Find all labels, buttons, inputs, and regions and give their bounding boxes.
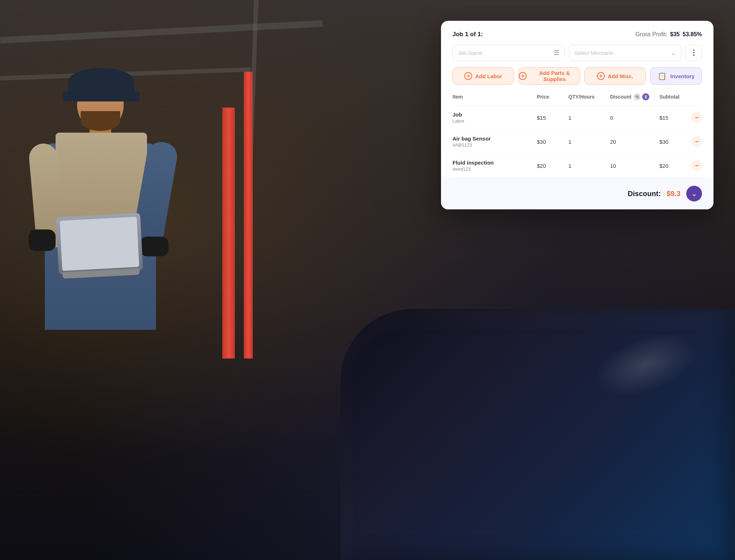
- remove-item-button-0[interactable]: −: [691, 112, 702, 123]
- action-row: + Add Labor + Add Parts & Supplies + Add…: [452, 67, 702, 85]
- dot3: [693, 54, 694, 56]
- table-row: Job Labor $15 1 0 $15 −: [452, 106, 702, 130]
- cell-price-0: $15: [537, 106, 568, 130]
- car-reflection: [585, 321, 705, 408]
- remove-item-button-2[interactable]: −: [691, 160, 702, 171]
- job-name-input[interactable]: Job Name ☰: [452, 44, 565, 61]
- cell-qty-1: 1: [568, 130, 610, 154]
- job-title: Job 1 of 1:: [452, 31, 483, 38]
- add-parts-icon: +: [519, 72, 527, 80]
- discount-chevron-button[interactable]: ⌄: [686, 186, 702, 201]
- cell-discount-0: 0: [610, 106, 659, 130]
- col-header-qty: QTY/Hours: [568, 93, 610, 106]
- gross-profit-section: Gross Profit: $35 53.85%: [635, 31, 702, 38]
- mechanic-placeholder: Select Mechanic: [574, 50, 614, 56]
- cell-subtotal-1: $30: [659, 130, 691, 154]
- discount-icon-dollar[interactable]: $: [642, 93, 649, 100]
- item-name-2: Fluid inspection: [452, 160, 537, 166]
- item-sub-0: Labor: [452, 118, 537, 124]
- cell-item-2: Fluid inspection #eed123: [452, 154, 537, 178]
- add-misc-icon: +: [597, 72, 605, 80]
- gross-profit-amount: $35: [670, 31, 680, 38]
- card-header: Job 1 of 1: Gross Profit: $35 53.85%: [452, 31, 702, 38]
- col-header-discount: Discount % $: [610, 93, 659, 106]
- cell-price-2: $20: [537, 154, 568, 178]
- cell-qty-0: 1: [568, 106, 610, 130]
- cell-action-2: −: [691, 154, 702, 178]
- cell-action-0: −: [691, 106, 702, 130]
- discount-icon-percent[interactable]: %: [634, 93, 641, 100]
- cell-action-1: −: [691, 130, 702, 154]
- add-parts-button[interactable]: + Add Parts & Supplies: [518, 67, 580, 85]
- add-labor-label: Add Labor: [475, 73, 502, 79]
- job-name-placeholder: Job Name: [458, 50, 482, 56]
- add-labor-button[interactable]: + Add Labor: [452, 67, 514, 85]
- cell-item-0: Job Labor: [452, 106, 537, 130]
- remove-item-button-1[interactable]: −: [691, 136, 702, 147]
- table-row: Air bag Sensor #ABS123 $30 1 20 $30 −: [452, 130, 702, 154]
- discount-footer-label: Discount:: [628, 190, 661, 198]
- col-header-item: Item: [452, 93, 537, 106]
- discount-footer: Discount: $9.3 ⌄: [441, 178, 713, 209]
- lift-column-1: [222, 108, 235, 359]
- col-header-action: [691, 93, 702, 106]
- cell-discount-1: 20: [610, 130, 659, 154]
- main-card: Job 1 of 1: Gross Profit: $35 53.85% Job…: [441, 21, 713, 209]
- inventory-icon: 📋: [658, 72, 667, 80]
- inventory-label: Inventory: [670, 73, 694, 79]
- table-row: Fluid inspection #eed123 $20 1 10 $20 −: [452, 154, 702, 178]
- chevron-down-icon: ⌄: [691, 189, 697, 198]
- cell-subtotal-0: $15: [659, 106, 691, 130]
- inventory-button[interactable]: 📋 Inventory: [650, 67, 702, 85]
- cell-qty-2: 1: [568, 154, 610, 178]
- mechanic-figure: [22, 36, 201, 466]
- add-misc-button[interactable]: + Add Misc.: [584, 67, 646, 85]
- item-name-1: Air bag Sensor: [452, 136, 537, 142]
- input-row: Job Name ☰ Select Mechanic ⌄: [452, 44, 702, 61]
- col-header-price: Price: [537, 93, 568, 106]
- dot1: [693, 49, 694, 51]
- dot2: [693, 52, 694, 53]
- discount-toggle-icons: % $: [634, 93, 649, 100]
- cell-price-1: $30: [537, 130, 568, 154]
- gross-profit-percent: 53.85%: [683, 31, 702, 38]
- cell-discount-2: 10: [610, 154, 659, 178]
- item-sub-1: #ABS123: [452, 142, 537, 148]
- cell-subtotal-2: $20: [659, 154, 691, 178]
- gross-profit-label: Gross Profit:: [635, 31, 667, 38]
- col-header-subtotal: Subtotal: [659, 93, 691, 106]
- lift-column-2: [244, 72, 253, 359]
- add-parts-label: Add Parts & Supplies: [530, 70, 580, 82]
- chevron-down-icon: ⌄: [671, 49, 676, 56]
- car-hood: [341, 309, 735, 560]
- discount-footer-amount: $9.3: [667, 190, 681, 198]
- item-sub-2: #eed123: [452, 166, 537, 172]
- list-icon: ☰: [554, 49, 559, 57]
- add-labor-icon: +: [464, 72, 472, 80]
- add-misc-label: Add Misc.: [608, 73, 633, 79]
- items-table: Item Price QTY/Hours Discount % $: [452, 93, 702, 178]
- mechanic-select[interactable]: Select Mechanic ⌄: [569, 44, 681, 61]
- more-options-button[interactable]: [686, 44, 702, 61]
- cell-item-1: Air bag Sensor #ABS123: [452, 130, 537, 154]
- item-name-0: Job: [452, 111, 537, 118]
